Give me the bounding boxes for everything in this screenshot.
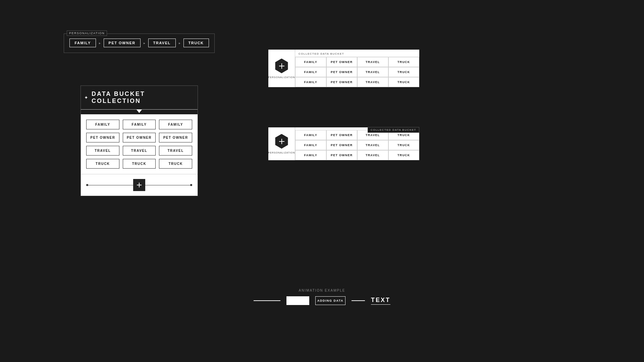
pers-tag-travel: TRAVEL — [148, 39, 176, 47]
c1-r3-travel: TRAVEL — [357, 77, 388, 87]
dbc-footer — [81, 174, 198, 196]
collected-card-2: COLLECTED DATA BUCKET PERSONALIZATION FA… — [268, 127, 419, 160]
pers-tag-family: FAMILY — [69, 39, 96, 47]
personalization-bar: PERSONALIZATION FAMILY ▸ PET OWNER ▸ TRA… — [64, 34, 215, 53]
arrow-connector-1: ▸ — [99, 41, 101, 45]
c2-r3-family: FAMILY — [295, 150, 326, 160]
card-1-icon-label: PERSONALIZATION — [268, 76, 295, 78]
dbc-grid: FAMILY FAMILY FAMILY PET OWNER PET OWNER… — [81, 114, 198, 174]
dbc-tag-petowner-3: PET OWNER — [159, 133, 192, 142]
dbc-tag-travel-3: TRAVEL — [159, 146, 192, 156]
c1-r1-petowner: PET OWNER — [326, 57, 358, 67]
dbc-tag-family-1: FAMILY — [86, 120, 119, 129]
anim-text: TEXT — [371, 297, 390, 305]
arrow-connector-2: ▸ — [144, 41, 145, 45]
c2-r3-petowner: PET OWNER — [326, 150, 358, 160]
pers-tag-truck: TRUCK — [183, 39, 209, 47]
card-1-right: COLLECTED DATA BUCKET FAMILY PET OWNER T… — [295, 50, 419, 87]
card-1-tag-grid: FAMILY PET OWNER TRAVEL TRUCK FAMILY PET… — [295, 57, 419, 87]
c1-r1-family: FAMILY — [295, 57, 326, 67]
data-bucket-panel: ✦ DATA BUCKET COLLECTION FAMILY FAMILY F… — [80, 85, 198, 196]
animation-section: ANIMATION EXAMPLE ADDING DATA TEXT — [254, 289, 390, 305]
dbc-tag-family-2: FAMILY — [123, 120, 156, 129]
collected-card-1: PERSONALIZATION COLLECTED DATA BUCKET FA… — [268, 50, 419, 87]
anim-line-left — [254, 300, 280, 301]
anim-adding-data: ADDING DATA — [315, 296, 345, 305]
card-2-icon-label: PERSONALIZATION — [268, 152, 295, 154]
c2-r2-truck: TRUCK — [388, 140, 420, 150]
dbc-dot-right — [190, 184, 192, 186]
c1-r2-family: FAMILY — [295, 67, 326, 77]
c2-r2-petowner: PET OWNER — [326, 140, 358, 150]
dbc-add-button[interactable] — [133, 179, 145, 191]
card-2-tag-grid: FAMILY PET OWNER TRAVEL TRUCK FAMILY PET… — [295, 130, 419, 160]
c2-r3-travel: TRAVEL — [357, 150, 388, 160]
c1-r1-truck: TRUCK — [388, 57, 420, 67]
c2-r1-petowner: PET OWNER — [326, 130, 358, 140]
card-2-left-icon: PERSONALIZATION — [268, 127, 295, 160]
c2-r1-family: FAMILY — [295, 130, 326, 140]
pers-tag-petowner: PET OWNER — [104, 39, 141, 47]
dbc-tag-family-3: FAMILY — [159, 120, 192, 129]
c1-r3-petowner: PET OWNER — [326, 77, 358, 87]
c1-r2-truck: TRUCK — [388, 67, 420, 77]
c1-r2-travel: TRAVEL — [357, 67, 388, 77]
dbc-tag-petowner-2: PET OWNER — [123, 133, 156, 142]
hexagon-icon-1 — [274, 59, 289, 73]
dbc-tag-truck-3: TRUCK — [159, 159, 192, 169]
c2-r3-truck: TRUCK — [388, 150, 420, 160]
dbc-tag-petowner-1: PET OWNER — [86, 133, 119, 142]
arrow-connector-3: ▸ — [179, 41, 180, 45]
card-2-collected-label: COLLECTED DATA BUCKET — [368, 127, 419, 133]
c1-r3-family: FAMILY — [295, 77, 326, 87]
card-1-collected-label: COLLECTED DATA BUCKET — [295, 50, 419, 57]
animation-row: ADDING DATA TEXT — [254, 296, 390, 305]
dbc-header: ✦ DATA BUCKET COLLECTION — [81, 86, 198, 110]
personalization-label: PERSONALIZATION — [67, 31, 107, 36]
dbc-dot-left — [86, 184, 88, 186]
animation-label: ANIMATION EXAMPLE — [299, 289, 345, 292]
dbc-tag-travel-1: TRAVEL — [86, 146, 119, 156]
dbc-tag-truck-1: TRUCK — [86, 159, 119, 169]
triangle-down-icon — [137, 110, 142, 113]
dbc-title: DATA BUCKET COLLECTION — [92, 90, 194, 105]
dbc-tag-truck-2: TRUCK — [123, 159, 156, 169]
anim-box-white — [286, 296, 309, 305]
c1-r1-travel: TRAVEL — [357, 57, 388, 67]
hexagon-icon-2 — [274, 134, 289, 149]
personalization-tags: FAMILY ▸ PET OWNER ▸ TRAVEL ▸ TRUCK — [67, 37, 211, 49]
c1-r3-truck: TRUCK — [388, 77, 420, 87]
dbc-tag-travel-2: TRAVEL — [123, 146, 156, 156]
anim-line-right — [352, 300, 365, 301]
card-1-left-icon: PERSONALIZATION — [268, 50, 295, 87]
dbc-header-icon: ✦ — [84, 95, 88, 100]
c2-r2-travel: TRAVEL — [357, 140, 388, 150]
c1-r2-petowner: PET OWNER — [326, 67, 358, 77]
c2-r2-family: FAMILY — [295, 140, 326, 150]
